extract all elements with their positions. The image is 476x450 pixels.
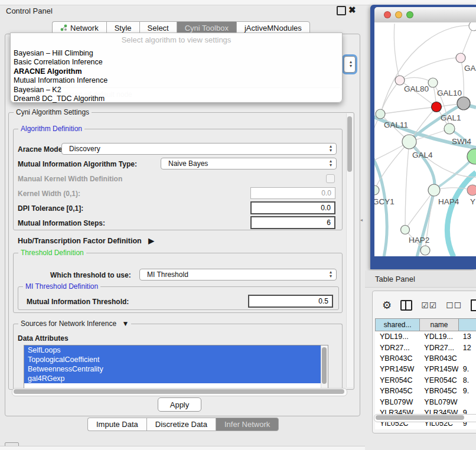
float-panel-button[interactable] [337,6,346,15]
network-edge[interactable] [374,142,409,190]
mi-steps-field[interactable]: 6 [250,216,335,229]
column-header-clipped[interactable] [458,318,476,331]
algorithm-option[interactable]: Bayesian – Hill Climbing [14,48,339,58]
focused-stepper[interactable]: ▴▾ [344,56,356,73]
settings-scrollbar[interactable] [346,113,353,387]
mi-threshold-field[interactable]: 0.5 [248,295,333,308]
algorithm-option[interactable]: Bayesian – K2 [14,85,339,94]
algorithm-option[interactable]: Mutual Information Inference [14,76,339,86]
checked-pair-icon[interactable]: ☑☑ [421,301,437,310]
dpi-tolerance-label: DPI Tolerance [0,1]: [18,204,83,213]
network-edge[interactable] [380,107,436,114]
network-edge[interactable] [461,26,474,58]
network-node-label: GAL11 [384,120,408,129]
column-header-shared...[interactable]: shared... [375,318,419,331]
network-node-gal11[interactable] [376,109,385,119]
gear-icon[interactable]: ⚙ [382,300,392,311]
hub-definition-toggle[interactable]: Hub/Transcription Factor Definition ▶ [18,236,154,245]
table-toolbar: ⚙ ☑☑ ☐☐ [373,296,476,315]
which-threshold-select[interactable]: MI Threshold ▴▾ [139,269,337,281]
column-header-name[interactable]: name [419,318,458,331]
network-node-gal1[interactable] [432,102,442,112]
data-attribute-item[interactable]: BetweennessCentrality [24,364,321,374]
network-node[interactable] [457,97,470,110]
attributes-scrollbar-thumb[interactable] [322,347,327,384]
table-hscrollbar-thumb[interactable] [376,415,464,420]
network-node-hap4[interactable] [428,184,440,196]
data-attributes-list[interactable]: SelfLoopsTopologicalCoefficientBetweenne… [24,345,328,389]
table-row[interactable]: YBR045CYBR045C9. [375,386,476,396]
network-node-label: GAL10 [437,89,462,97]
network-node[interactable] [420,246,430,255]
table-row[interactable]: YPR145WYPR145W9. [375,364,476,374]
settings-hscrollbar[interactable] [12,388,347,396]
network-node-label: HAP4 [438,197,459,206]
network-edge[interactable] [400,58,461,80]
column-view-icon[interactable] [400,300,412,311]
mi-type-select[interactable]: Naive Bayes ▴▾ [161,158,337,169]
network-node-label: Y [470,197,475,206]
algorithm-option[interactable]: Dream8 DC_TDC Algorithm [14,94,339,104]
tab-label: Select [148,24,169,32]
data-attribute-item[interactable]: SelfLoops [24,345,321,355]
network-node-gal10[interactable] [428,78,438,87]
stepper-icon[interactable]: ▴▾ [330,159,332,167]
aracne-mode-select[interactable]: Discovery ▴▾ [61,143,337,155]
dpi-tolerance-field[interactable]: 0.0 [250,201,335,214]
manual-kernel-checkbox[interactable] [326,174,335,183]
table-row[interactable]: YDR27...YDR27...12 [375,342,476,353]
algorithm-definition-title: Algorithm Definition [18,125,84,133]
settings-scrollbar-thumb[interactable] [347,116,352,172]
tab-impute-data[interactable]: Impute Data [87,418,146,431]
close-window-button[interactable] [384,11,391,18]
network-node-label: HAP2 [409,236,429,244]
network-edge[interactable] [405,142,409,230]
table-cell: 8. [458,376,476,384]
minimize-window-button[interactable] [395,11,402,18]
apply-button[interactable]: Apply [158,397,201,412]
attributes-scrollbar[interactable] [321,345,328,388]
table-row[interactable]: YBR043CYBR043C [375,353,476,364]
table-hscrollbar[interactable] [374,414,476,422]
data-attribute-item[interactable]: TopologicalCoefficient [24,355,321,364]
network-canvas[interactable]: GALGAL80GAL10GAL1GAL11SWI4GAL4GCY1HAP4YH… [374,22,476,256]
network-node-hap2[interactable] [401,226,410,234]
algorithm-option[interactable]: ARACNE Algorithm [14,67,339,76]
settings-group-title: Cyni Algorithm Settings [14,108,92,116]
table-cell: YBR045C [419,387,458,395]
network-node-label: GAL1 [441,113,461,122]
table-row[interactable]: YER054CYER054C8. [375,375,476,386]
algorithm-option[interactable]: Basic Correlation Inference [14,58,339,67]
settings-hscrollbar-thumb[interactable] [14,389,344,394]
table-cell: YBR043C [419,354,458,363]
network-node-y[interactable] [467,185,476,195]
table-row[interactable]: YDL19...YDL19...13 [375,331,476,342]
network-node-swi4[interactable] [444,123,455,134]
network-node[interactable] [469,22,476,31]
network-window-titlebar[interactable] [374,7,476,23]
network-node-gal[interactable] [456,53,465,63]
network-node-gal4[interactable] [402,135,416,149]
tab-infer-network[interactable]: Infer Network [216,418,279,431]
expand-arrow-icon[interactable]: ▼ [122,319,129,328]
algorithm-placeholder: Select algorithm to view settings [11,35,342,44]
network-node-label: GAL80 [404,84,429,93]
document-icon[interactable] [471,299,476,311]
table-panel-title: Table Panel [375,275,415,283]
unchecked-pair-icon[interactable]: ☐☐ [446,301,462,310]
close-panel-icon[interactable]: ✖ [348,5,356,15]
stepper-icon[interactable]: ▴▾ [330,270,332,278]
table-row[interactable]: YBL079WYBL079W [375,396,476,407]
stepper-icon[interactable]: ▴▾ [330,144,332,152]
network-node-gal80[interactable] [395,76,405,85]
mi-type-label: Mutual Information Algorithm Type: [18,160,137,168]
zoom-window-button[interactable] [406,11,413,18]
aracne-mode-value: Discovery [69,145,100,153]
data-attribute-item[interactable]: gal4RGexp [24,374,321,383]
tab-discretize-data[interactable]: Discretize Data [146,418,216,431]
network-node-gcy1[interactable] [374,185,379,195]
collapsed-arrow-icon[interactable]: ▶ [148,237,154,245]
network-edge[interactable] [380,80,400,114]
splitter-handle[interactable]: ◂ [360,217,364,223]
kernel-width-field[interactable]: 0.0 [250,187,335,199]
